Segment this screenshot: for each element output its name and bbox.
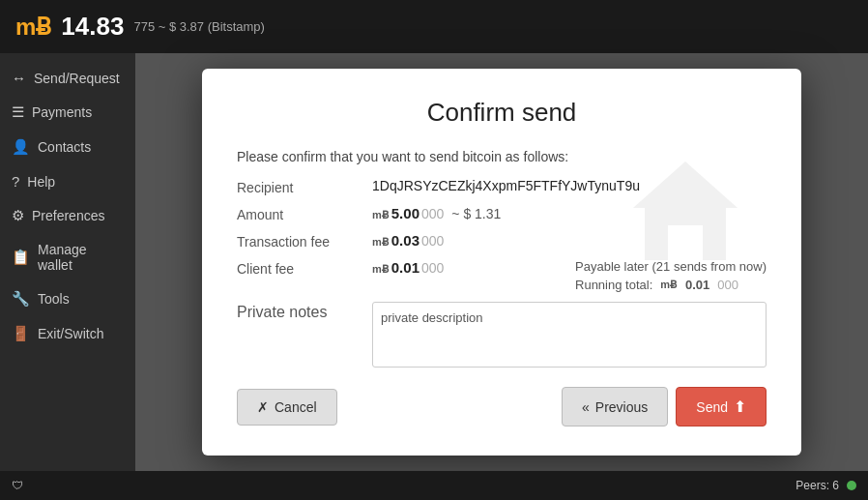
payable-later: Payable later (21 sends from now) xyxy=(575,259,767,274)
contacts-icon: 👤 xyxy=(12,138,30,156)
client-fee-label: Client fee xyxy=(237,259,372,277)
status-bar: 🛡 Peers: 6 xyxy=(0,471,868,500)
running-total-dim: 000 xyxy=(717,278,738,292)
send-button[interactable]: Send ⬆ xyxy=(676,387,767,426)
fee-label: Transaction fee xyxy=(237,232,372,250)
sidebar-item-label: Preferences xyxy=(32,208,104,223)
btc-symbol: mɃ xyxy=(15,14,51,41)
client-fee-row: Client fee mɃ 0.01 000 Payable later (21… xyxy=(237,259,767,292)
fee-symbol: mɃ xyxy=(372,236,390,249)
dialog-subtitle: Please confirm that you want to send bit… xyxy=(237,149,767,164)
peers-label: Peers: 6 xyxy=(796,479,839,492)
sidebar-item-label: Send/Request xyxy=(34,71,120,86)
amount-dim: 000 xyxy=(421,206,444,221)
fee-bold: 0.03 xyxy=(391,232,420,249)
sidebar-item-send-request[interactable]: ↔ Send/Request xyxy=(0,61,135,95)
sidebar-item-manage-wallet[interactable]: 📋 Manage wallet xyxy=(0,233,135,281)
amount-approx: ~ $ 1.31 xyxy=(451,206,501,221)
footer-right-buttons: « Previous Send ⬆ xyxy=(562,387,767,426)
preferences-icon: ⚙ xyxy=(12,207,24,224)
dialog-footer: ✗ ✗ Cancel Cancel « Previous Send ⬆ xyxy=(237,387,767,426)
sidebar-item-label: Exit/Switch xyxy=(38,326,103,341)
payments-icon: ☰ xyxy=(12,103,24,121)
cancel-button[interactable]: ✗ ✗ Cancel Cancel xyxy=(237,389,337,426)
tools-icon: 🔧 xyxy=(12,290,30,308)
client-fee-symbol: mɃ xyxy=(372,263,390,276)
send-icon: ⬆ xyxy=(734,397,746,416)
sidebar-item-payments[interactable]: ☰ Payments xyxy=(0,95,135,130)
running-total-value: 0.01 xyxy=(685,278,709,292)
top-bar: mɃ 14.83 775 ~ $ 3.87 (Bitstamp) xyxy=(0,0,868,53)
amount-bold: 5.00 xyxy=(391,205,420,221)
peers-status-dot xyxy=(847,481,856,490)
sidebar-item-label: Help xyxy=(27,174,55,190)
client-fee-value: mɃ 0.01 000 xyxy=(372,259,444,276)
amount-symbol: mɃ xyxy=(372,209,390,221)
running-total-label: Running total: xyxy=(575,278,652,292)
sidebar-item-label: Tools xyxy=(38,291,70,307)
prev-icon: « xyxy=(582,399,590,415)
sidebar-item-label: Manage wallet xyxy=(38,242,124,273)
wallet-amount: 14.83 xyxy=(61,12,124,42)
sidebar-item-tools[interactable]: 🔧 Tools xyxy=(0,281,135,316)
amount-value: mɃ 5.00 000 ~ $ 1.31 xyxy=(372,205,501,221)
send-request-icon: ↔ xyxy=(12,70,26,86)
client-fee-bold: 0.01 xyxy=(391,259,420,276)
manage-wallet-icon: 📋 xyxy=(12,249,30,266)
fee-dim: 000 xyxy=(421,233,444,249)
wallet-sub-amount: 775 ~ $ 3.87 (Bitstamp) xyxy=(133,19,265,34)
client-fee-dim: 000 xyxy=(421,260,444,276)
recipient-value: 1DqJRSYzCEZkj4XxpmF5FTFfYJwTynuT9u xyxy=(372,178,640,193)
private-notes-label: Private notes xyxy=(237,302,372,321)
sidebar-item-help[interactable]: ? Help xyxy=(0,164,135,198)
sidebar-item-contacts[interactable]: 👤 Contacts xyxy=(0,130,135,164)
app-logo: mɃ 14.83 xyxy=(15,12,124,42)
private-notes-row: Private notes xyxy=(237,302,767,368)
sidebar-item-exit-switch[interactable]: 🚪 Exit/Switch xyxy=(0,316,135,351)
transaction-fee-row: Transaction fee mɃ 0.03 000 xyxy=(237,232,767,250)
recipient-label: Recipient xyxy=(237,178,372,195)
fee-right-info: Payable later (21 sends from now) Runnin… xyxy=(575,259,767,292)
exit-icon: 🚪 xyxy=(12,325,30,342)
dialog-overlay: Confirm send Please confirm that you wan… xyxy=(135,53,868,471)
running-total-symbol: mɃ xyxy=(660,279,678,291)
previous-button[interactable]: « Previous xyxy=(562,387,668,426)
cancel-icon: ✗ xyxy=(257,399,269,415)
sidebar: ↔ Send/Request ☰ Payments 👤 Contacts ? H… xyxy=(0,53,135,471)
sidebar-item-label: Payments xyxy=(32,104,92,120)
sidebar-item-preferences[interactable]: ⚙ Preferences xyxy=(0,198,135,233)
running-total-row: Running total: mɃ 0.01 000 xyxy=(575,278,767,292)
fee-value: mɃ 0.03 000 xyxy=(372,232,444,249)
sidebar-item-label: Contacts xyxy=(38,139,91,155)
amount-row: Amount mɃ 5.00 000 ~ $ 1.31 xyxy=(237,205,767,222)
amount-label: Amount xyxy=(237,205,372,222)
recipient-row: Recipient 1DqJRSYzCEZkj4XxpmF5FTFfYJwTyn… xyxy=(237,178,767,195)
private-notes-input[interactable] xyxy=(372,302,767,368)
confirm-send-dialog: Confirm send Please confirm that you wan… xyxy=(202,69,801,456)
dialog-title: Confirm send xyxy=(237,98,767,128)
help-icon: ? xyxy=(12,173,19,190)
shield-icon: 🛡 xyxy=(12,479,23,492)
